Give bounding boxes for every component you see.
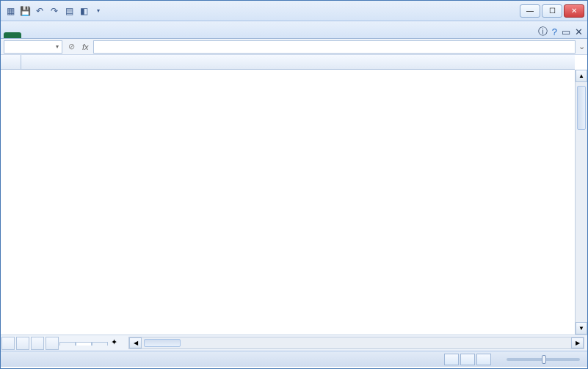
hscroll-right-button[interactable]: ▶ [571, 337, 584, 348]
name-box-dropdown-icon[interactable]: ▾ [56, 43, 59, 50]
window-ribbon-close[interactable]: ✕ [575, 26, 583, 37]
titlebar: ▦ 💾 ↶ ↷ ▤ ◧ ▾ — ☐ ✕ [1, 1, 587, 21]
close-button[interactable]: ✕ [564, 4, 584, 18]
save-icon[interactable]: 💾 [18, 4, 32, 18]
redo-icon[interactable]: ↷ [48, 4, 61, 18]
ribbon-min-icon[interactable]: ⓘ [538, 25, 548, 38]
name-box[interactable]: ▾ [4, 40, 62, 54]
hscroll-left-button[interactable]: ◀ [129, 337, 142, 348]
qat-icon2[interactable]: ◧ [77, 4, 90, 18]
column-headers [1, 55, 575, 70]
minimize-button[interactable]: — [520, 4, 540, 18]
cancel-icon[interactable]: ⊘ [65, 42, 78, 51]
zoom-thumb[interactable] [542, 355, 546, 364]
tab-developer[interactable] [128, 32, 143, 38]
vscroll-thumb[interactable] [577, 86, 586, 130]
zoom-slider[interactable] [507, 358, 580, 361]
tab-insert[interactable] [40, 32, 55, 38]
sheet-nav-last[interactable] [46, 337, 59, 350]
undo-icon[interactable]: ↶ [33, 4, 46, 18]
formula-input[interactable] [93, 40, 576, 54]
tab-view[interactable] [114, 32, 128, 38]
new-sheet-icon[interactable]: ✦ [111, 337, 123, 349]
formula-expand-icon[interactable]: ⌄ [576, 42, 587, 51]
view-pagelayout[interactable] [460, 354, 475, 365]
sheet-tab-gant[interactable] [59, 342, 76, 346]
sheet-nav-next[interactable] [31, 337, 44, 350]
quick-access-toolbar: ▦ 💾 ↶ ↷ ▤ ◧ ▾ [4, 4, 105, 18]
cells-area[interactable] [21, 70, 575, 335]
sheet-nav-first[interactable] [1, 337, 15, 350]
ribbon: ⓘ ? ▭ ✕ [1, 21, 587, 39]
sheet-nav [1, 337, 59, 350]
maximize-button[interactable]: ☐ [542, 4, 562, 18]
hscroll-thumb[interactable] [144, 339, 181, 347]
view-pagebreak[interactable] [476, 354, 491, 365]
formula-bar: ▾ ⊘ fx ⌄ [1, 39, 587, 55]
view-buttons [443, 354, 492, 365]
qat-icon[interactable]: ▤ [62, 4, 76, 18]
scroll-up-button[interactable]: ▲ [576, 70, 587, 82]
sheet-tab-bar: ✦ ◀ ▶ [1, 335, 587, 351]
fx-icon[interactable]: fx [78, 43, 93, 51]
view-normal[interactable] [444, 354, 459, 365]
sheet-tab-excel2ru[interactable] [92, 342, 108, 346]
horizontal-scrollbar[interactable]: ◀ ▶ [128, 337, 584, 349]
sheet-tab-network[interactable] [76, 342, 92, 346]
tab-formulas[interactable] [70, 32, 84, 38]
tab-home[interactable] [26, 32, 40, 38]
excel-window: ▦ 💾 ↶ ↷ ▤ ◧ ▾ — ☐ ✕ ⓘ ? ▭ ✕ [0, 0, 588, 369]
gridlines [21, 70, 575, 335]
tab-review[interactable] [99, 32, 114, 38]
window-ribbon-min[interactable]: ▭ [562, 26, 570, 37]
select-all-corner[interactable] [1, 55, 21, 69]
excel-icon: ▦ [4, 4, 17, 18]
qat-dropdown-icon[interactable]: ▾ [92, 4, 105, 18]
file-tab[interactable] [4, 32, 21, 38]
help-icon[interactable]: ? [552, 26, 557, 37]
worksheet-grid[interactable]: ▲ ▼ [1, 55, 587, 335]
tab-pagelayout[interactable] [55, 32, 70, 38]
vertical-scrollbar[interactable]: ▲ ▼ [575, 70, 587, 335]
sheet-nav-prev[interactable] [16, 337, 29, 350]
tab-data[interactable] [84, 32, 99, 38]
scroll-down-button[interactable]: ▼ [576, 322, 587, 335]
status-bar [1, 351, 587, 367]
